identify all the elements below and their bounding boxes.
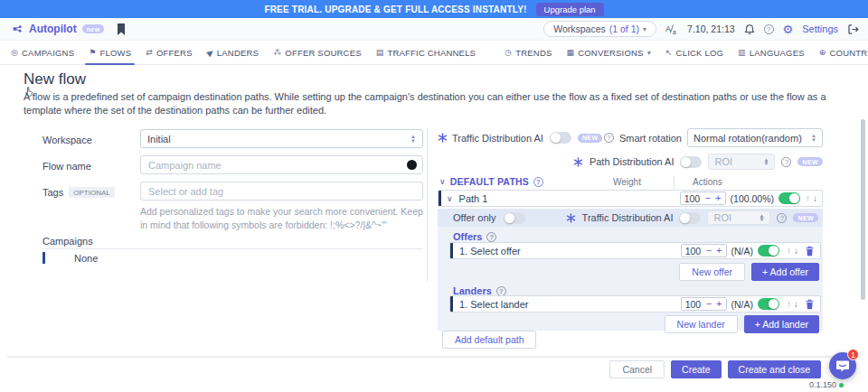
move-down-icon[interactable]: ↓ <box>794 299 798 309</box>
minus-icon[interactable]: − <box>706 299 712 309</box>
new-offer-button[interactable]: New offer <box>679 263 745 281</box>
footer-divider <box>7 356 861 358</box>
chat-launcher-button[interactable]: 1 <box>829 352 856 379</box>
traffic-ai-toggle[interactable] <box>550 132 571 144</box>
offer-weight-value[interactable]: 100 <box>685 246 702 257</box>
offer-row-bar <box>450 243 453 258</box>
path-enabled-toggle[interactable] <box>778 192 800 204</box>
bell-icon[interactable] <box>744 23 755 35</box>
page-description: A flow is a predefined set of campaign d… <box>24 90 844 118</box>
smart-rotation-value: Normal rotation(random) <box>693 133 802 144</box>
path-ai-metric-value: ROI <box>714 156 732 167</box>
lander-enabled-toggle[interactable] <box>758 298 779 310</box>
brand-name[interactable]: Autopilot <box>29 23 77 35</box>
move-down-icon[interactable]: ↓ <box>794 246 798 256</box>
offers-help-icon[interactable] <box>486 232 496 242</box>
move-up-icon[interactable]: ↑ <box>806 193 810 203</box>
traffic-ai-label: Traffic Distribution AI <box>452 133 543 144</box>
create-and-close-button[interactable]: Create and close <box>728 360 821 378</box>
offer-row[interactable]: 1. Select offer 100 − + (N/A) ↑ ↓ <box>449 242 821 259</box>
nav-landers[interactable]: ▶LANDERS <box>207 48 259 58</box>
path-traffic-ai-toggle[interactable] <box>679 212 701 224</box>
plus-icon[interactable]: + <box>716 246 722 256</box>
path-ai-toggle[interactable] <box>680 156 702 168</box>
cancel-button[interactable]: Cancel <box>609 360 665 378</box>
path-weight-value[interactable]: 100 <box>684 193 701 204</box>
add-default-path-button[interactable]: Add default path <box>442 331 536 349</box>
offer-name[interactable]: 1. Select offer <box>459 246 521 257</box>
scrollbar[interactable] <box>861 119 865 300</box>
add-lander-button[interactable]: + Add lander <box>744 315 819 333</box>
nav-offer-sources[interactable]: ⁂OFFER SOURCES <box>273 48 362 58</box>
workspaces-dropdown[interactable]: Workspaces (1 of 1) ▾ <box>543 21 656 37</box>
path-metric-help-icon[interactable] <box>777 213 787 223</box>
nav-countries[interactable]: ⊕COUNTRIES▾ <box>819 48 868 58</box>
path-ai-help-icon[interactable] <box>781 157 791 167</box>
nav-offers[interactable]: ⇄OFFERS <box>146 48 192 58</box>
offer-sources-icon: ⁂ <box>273 48 281 57</box>
plus-icon[interactable]: + <box>716 299 722 309</box>
path-row[interactable]: ∨ Path 1 100 − + (100.00%) ↑ ↓ <box>438 190 823 207</box>
nav-languages[interactable]: ▥LANGUAGES <box>738 48 805 58</box>
move-up-icon[interactable]: ↑ <box>787 299 791 309</box>
lander-weight-stepper[interactable]: 100 − + <box>681 297 727 311</box>
path-weight-stepper[interactable]: 100 − + <box>680 191 726 205</box>
lander-weight-value[interactable]: 100 <box>685 299 702 310</box>
trash-icon[interactable] <box>805 246 815 257</box>
nav-countries-label: COUNTRIES <box>829 48 868 58</box>
minus-icon[interactable]: − <box>706 246 712 256</box>
nav-landers-label: LANDERS <box>217 48 259 58</box>
minus-icon[interactable]: − <box>705 193 711 203</box>
nav-traffic-channels[interactable]: ▤TRAFFIC CHANNELS <box>376 48 476 58</box>
offer-weight-stepper[interactable]: 100 − + <box>681 244 727 257</box>
weight-column-header: Weight <box>613 177 641 187</box>
offers-title: Offers <box>453 231 482 242</box>
trial-banner-text: FREE TRIAL. UPGRADE & GET FULL ACCESS IN… <box>264 5 526 14</box>
languages-icon: ▥ <box>738 48 746 57</box>
path-traffic-ai-label: Traffic Distribution AI <box>582 212 674 223</box>
smart-rotation-select[interactable]: Normal rotation(random) <box>687 128 823 147</box>
offer-only-toggle[interactable] <box>504 212 525 224</box>
nav-conversions[interactable]: ▦CONVERSIONS▾ <box>566 48 650 58</box>
new-badge: NEW <box>793 213 818 222</box>
help-icon[interactable] <box>764 24 774 34</box>
bookmark-icon[interactable] <box>117 23 126 35</box>
trash-icon[interactable] <box>805 299 815 310</box>
nav-flows[interactable]: ⚑FLOWS <box>89 48 131 58</box>
workspace-select[interactable]: Initial <box>140 129 423 148</box>
tags-input[interactable] <box>140 182 423 201</box>
ai-icon <box>438 133 448 143</box>
create-button[interactable]: Create <box>671 360 722 378</box>
smart-rotation-help-icon[interactable] <box>604 133 614 143</box>
logout-icon[interactable] <box>847 23 859 35</box>
nav-campaigns[interactable]: ◎CAMPAIGNS <box>11 48 74 58</box>
move-up-icon[interactable]: ↑ <box>787 246 791 256</box>
record-dot-icon <box>407 160 417 170</box>
chat-notification-badge: 1 <box>847 349 859 360</box>
default-paths-title-group[interactable]: ∨ DEFAULT PATHS <box>439 176 543 187</box>
settings-link[interactable]: Settings <box>802 23 838 34</box>
app-window: FREE TRIAL. UPGRADE & GET FULL ACCESS IN… <box>0 0 868 392</box>
add-offer-button[interactable]: + Add offer <box>751 263 819 281</box>
new-lander-button[interactable]: New lander <box>665 315 738 333</box>
flow-name-input[interactable] <box>140 155 423 174</box>
nav-campaigns-label: CAMPAIGNS <box>22 48 74 58</box>
default-paths-help-icon[interactable] <box>533 177 543 187</box>
gear-icon[interactable]: ⚙ <box>783 23 794 35</box>
nav-click-log[interactable]: ↖CLICK LOG <box>665 48 723 58</box>
plus-icon[interactable]: + <box>715 193 721 203</box>
offer-enabled-toggle[interactable] <box>758 245 779 257</box>
lander-name[interactable]: 1. Select lander <box>459 299 528 310</box>
lander-row[interactable]: 1. Select lander 100 − + (N/A) ↑ ↓ <box>449 295 821 313</box>
path-traffic-ai-group: Traffic Distribution AI ROI NEW <box>566 210 818 225</box>
tags-help-text: Add personalized tags to make your searc… <box>140 205 428 232</box>
upgrade-plan-button[interactable]: Upgrade plan <box>536 3 604 16</box>
nav-languages-label: LANGUAGES <box>750 48 805 58</box>
nav-trends[interactable]: ◷TRENDS <box>505 48 552 58</box>
translate-icon[interactable]: Aa <box>665 23 678 34</box>
landers-help-icon[interactable] <box>496 286 506 296</box>
trends-icon: ◷ <box>505 48 512 57</box>
ai-icon <box>566 213 576 223</box>
collapse-chevron-icon[interactable]: ∨ <box>447 194 453 203</box>
move-down-icon[interactable]: ↓ <box>813 193 817 203</box>
